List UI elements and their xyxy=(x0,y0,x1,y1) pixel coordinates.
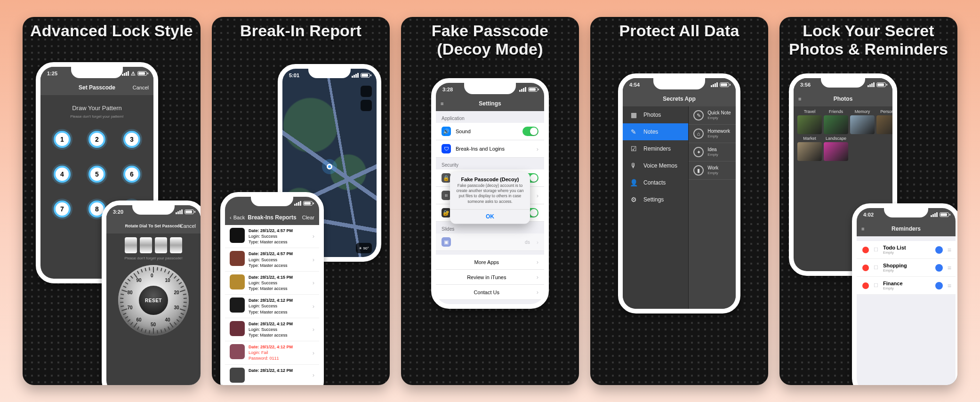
phone-secrets: 4:54 Secrets App ▦Photos✎Notes☑Reminders… xyxy=(618,73,740,314)
shield-icon: 🛡 xyxy=(442,144,451,153)
pattern-dot[interactable]: 5 xyxy=(88,166,105,183)
settings-icon: ⚙ xyxy=(629,196,638,203)
back-button[interactable]: ‹ Back xyxy=(230,215,245,220)
edit-icon[interactable] xyxy=(935,264,943,272)
dial-sub: Please don't forget your passcode! xyxy=(106,256,201,260)
menu-icon[interactable]: ≡ xyxy=(861,226,864,232)
menu-icon[interactable]: ≡ xyxy=(798,96,801,102)
row-contact[interactable]: Contact Us› xyxy=(436,285,544,300)
report-row[interactable]: Date: 28/1/22, 4:57 PM Login: Success Ty… xyxy=(225,248,319,271)
chevron-right-icon: › xyxy=(313,325,314,334)
row-more-apps[interactable]: More Apps› xyxy=(436,255,544,270)
phone-dial: 3:20 Rotate Dial To Set Passcode Cancel … xyxy=(102,201,201,385)
album-market[interactable]: Market xyxy=(797,136,822,161)
reminders-list[interactable]: ☐ Todo ListEmpty ≡ ☐ ShoppingEmpty ≡ ☐ F… xyxy=(857,241,956,295)
panel-breakin-report: Break-In Report 5:01 ☀ 90° ‹ Back Break-… xyxy=(212,17,390,385)
panel-title: Break-In Report xyxy=(212,22,390,40)
status-time: 3:28 xyxy=(442,87,453,92)
row-sound[interactable]: 🔊 Sound xyxy=(436,123,544,140)
cancel-button[interactable]: Cancel xyxy=(133,85,149,90)
album-friends[interactable]: Friends xyxy=(824,109,848,134)
drag-handle-icon[interactable]: ≡ xyxy=(948,282,950,289)
note-folder[interactable]: ⌂HomeworkEmpty xyxy=(689,125,736,143)
report-row[interactable]: Date: 28/1/22, 4:12 PM Login: Fail Passw… xyxy=(225,341,319,364)
delete-icon[interactable] xyxy=(862,247,869,253)
reminder-row[interactable]: ☐ ShoppingEmpty ≡ xyxy=(857,259,956,277)
album-personal[interactable]: Personal xyxy=(876,109,892,134)
alert-ok-button[interactable]: OK xyxy=(450,209,530,224)
reminder-row[interactable]: ☐ FinanceEmpty ≡ xyxy=(857,277,956,295)
report-row[interactable]: Date: 28/1/22, 4:12 PM Login: Success Ty… xyxy=(225,318,319,341)
panel-advanced-lock: Advanced Lock Style 1:25 ⚠ Set Passcode … xyxy=(23,17,201,385)
note-folder[interactable]: ✦IdeaEmpty xyxy=(689,143,736,161)
chevron-right-icon: › xyxy=(313,371,314,379)
nav-title: Reminders xyxy=(892,225,921,232)
phone-settings: 3:28 ≡ Settings Application 🔊 Sound 🛡 Br… xyxy=(431,78,549,309)
panel-photos-reminders: Lock Your Secret Photos & Reminders 3:56… xyxy=(779,17,957,385)
note-folder[interactable]: ✎Quick NoteEmpty xyxy=(689,106,736,125)
status-time: 3:56 xyxy=(800,82,811,88)
menu-item-notes[interactable]: ✎Notes xyxy=(623,123,688,140)
panel-title: Lock Your Secret Photos & Reminders xyxy=(779,22,957,58)
row-breakins[interactable]: 🛡 Break-Ins and Logins › xyxy=(436,140,544,158)
pattern-dot[interactable]: 6 xyxy=(123,166,140,183)
pattern-dot[interactable]: 7 xyxy=(54,201,71,217)
pattern-dot[interactable]: 1 xyxy=(54,131,71,148)
phone-report: ‹ Back Break-Ins Reports Clear Date: 28/… xyxy=(220,192,324,385)
edit-icon[interactable] xyxy=(935,246,943,254)
chevron-right-icon: › xyxy=(313,232,314,241)
menu-item-reminders[interactable]: ☑Reminders xyxy=(623,140,688,157)
panel-protect-data: Protect All Data 4:54 Secrets App ▦Photo… xyxy=(590,17,768,385)
lock-icon: 🔒 xyxy=(442,173,451,183)
album-travel[interactable]: Travel xyxy=(797,109,822,134)
reminder-row[interactable]: ☐ Todo ListEmpty ≡ xyxy=(857,241,956,259)
photo-album-grid[interactable]: TravelFriendsMemoryPersonalMarketLandsca… xyxy=(794,106,892,164)
reset-button[interactable]: RESET xyxy=(139,286,168,315)
delete-icon[interactable] xyxy=(862,282,869,289)
row-slides[interactable]: ▣ ds › xyxy=(436,233,544,251)
note-folder[interactable]: ▮WorkEmpty xyxy=(689,161,736,180)
safe-dial[interactable]: RESET 0102030405060708090 xyxy=(118,265,189,336)
menu-item-photos[interactable]: ▦Photos xyxy=(623,106,688,123)
report-row[interactable]: Date: 28/1/22, 4:15 PM Login: Success Ty… xyxy=(225,272,319,295)
drag-handle-icon[interactable]: ≡ xyxy=(948,264,950,272)
menu-item-settings[interactable]: ⚙Settings xyxy=(623,191,688,208)
edit-icon[interactable] xyxy=(935,282,943,289)
menu-item-voice-memos[interactable]: 🎙Voice Memos xyxy=(623,157,688,174)
menu-item-contacts[interactable]: 👤Contacts xyxy=(623,174,688,191)
clear-button[interactable]: Clear xyxy=(302,215,314,220)
report-row[interactable]: Date: 28/1/22, 4:12 PM › xyxy=(225,365,319,385)
nav-title: Secrets App xyxy=(663,96,696,102)
sound-icon: 🔊 xyxy=(442,127,451,136)
delete-icon[interactable] xyxy=(862,265,869,271)
map-control-icon[interactable] xyxy=(361,86,372,97)
status-time: 5:01 xyxy=(289,72,299,78)
status-time: 3:20 xyxy=(113,209,123,215)
report-list[interactable]: Date: 28/1/22, 4:57 PM Login: Success Ty… xyxy=(225,225,319,385)
album-landscape[interactable]: Landscape xyxy=(824,136,848,161)
status-icons xyxy=(519,87,538,92)
chevron-right-icon: › xyxy=(537,145,538,153)
status-time: 1:25 xyxy=(47,71,57,76)
decoy-icon: 🔐 xyxy=(442,208,451,217)
cancel-button[interactable]: Cancel xyxy=(180,223,196,229)
menu-icon[interactable]: ≡ xyxy=(441,101,443,106)
drag-handle-icon[interactable]: ≡ xyxy=(948,246,950,254)
album-memory[interactable]: Memory xyxy=(850,109,875,134)
notes-submenu: ✎Quick NoteEmpty⌂HomeworkEmpty✦IdeaEmpty… xyxy=(688,106,736,309)
status-icons xyxy=(352,73,370,78)
version-label: Version 3.0 xyxy=(436,300,544,304)
row-review[interactable]: Review in iTunes› xyxy=(436,270,544,285)
chevron-right-icon: › xyxy=(313,302,314,311)
chevron-right-icon: › xyxy=(313,256,314,264)
report-row[interactable]: Date: 28/1/22, 4:57 PM Login: Success Ty… xyxy=(225,225,319,248)
status-icons: ⚠ xyxy=(122,71,147,77)
pattern-dot[interactable]: 4 xyxy=(54,166,71,183)
pattern-dot[interactable]: 2 xyxy=(88,131,105,148)
section-application: Application xyxy=(436,111,544,123)
toggle-sound[interactable] xyxy=(522,127,538,136)
pattern-dot[interactable]: 3 xyxy=(123,131,140,148)
weather-badge: ☀ 90° xyxy=(356,243,372,253)
report-row[interactable]: Date: 28/1/22, 4:12 PM Login: Success Ty… xyxy=(225,295,319,318)
map-control-icon[interactable] xyxy=(361,100,372,111)
